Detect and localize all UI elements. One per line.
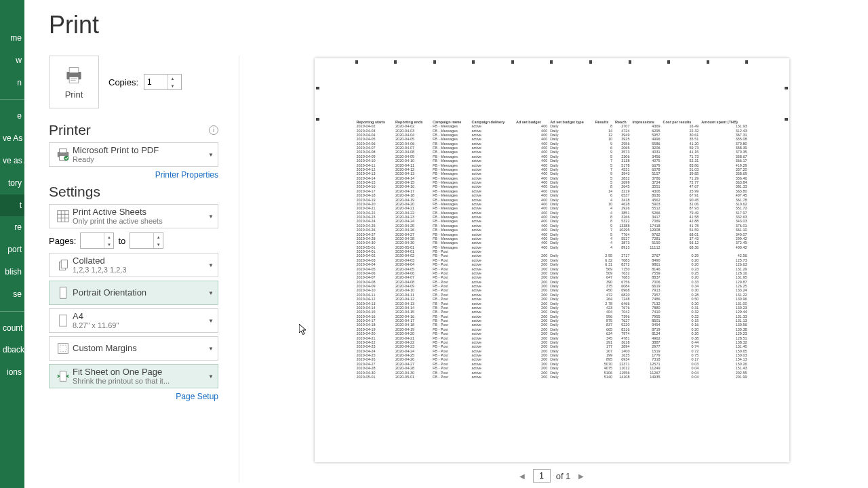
orientation-select[interactable]: Portrait Orientation ▼ — [49, 281, 218, 305]
chevron-up-icon[interactable]: ▲ — [168, 75, 177, 82]
svg-rect-17 — [60, 315, 67, 327]
page-number-input[interactable] — [533, 469, 551, 483]
table-row: 2020-04-122020-04-12FB - Messagesactive4… — [355, 167, 749, 171]
settings-section-title: Settings — [49, 184, 100, 200]
nav-item[interactable]: t — [0, 195, 24, 217]
pages-from-input[interactable] — [81, 236, 104, 245]
print-button[interactable]: Print — [49, 56, 99, 108]
table-row: 2020-04-242020-04-24FB - Messagesactive4… — [355, 219, 749, 223]
print-button-label: Print — [65, 89, 83, 100]
collate-icon — [56, 258, 71, 272]
page-total: of 1 — [556, 471, 571, 481]
collation-select[interactable]: Collated 1,2,3 1,2,3 1,2,3 ▼ — [49, 253, 218, 277]
margins-icon — [56, 341, 71, 356]
table-row: 2020-04-212020-04-21FB - Messagesactive4… — [355, 206, 749, 210]
nav-item[interactable]: blish — [0, 261, 24, 283]
svg-rect-9 — [58, 211, 69, 222]
sheet-icon — [56, 209, 71, 224]
chevron-down-icon: ▼ — [208, 346, 214, 352]
nav-item[interactable]: se — [0, 283, 24, 306]
table-row: 2020-04-222020-04-22FB - Messagesactive4… — [355, 211, 749, 215]
table-row: 2020-05-012020-05-01FB - Messagesactive4… — [355, 245, 749, 249]
table-row: 2020-04-262020-04-26FB - Messagesactive4… — [355, 228, 749, 232]
chevron-down-icon: ▼ — [208, 262, 214, 268]
printer-section-title: Printer — [49, 122, 91, 138]
svg-rect-1 — [69, 67, 79, 73]
copies-stepper[interactable]: ▲▼ — [144, 74, 182, 90]
pages-label: Pages: — [49, 236, 76, 246]
print-what-select[interactable]: Print Active Sheets Only print the activ… — [49, 204, 218, 228]
nav-item[interactable]: tory — [0, 172, 24, 195]
nav-item[interactable]: w — [0, 49, 24, 72]
page-setup-link[interactable]: Page Setup — [176, 392, 218, 401]
svg-rect-20 — [60, 371, 66, 382]
backstage-nav: mewneve Asve as Adobe Ftorytreportblishs… — [0, 0, 24, 488]
table-row: 2020-05-012020-05-01FB - Postactive200Da… — [355, 375, 749, 379]
table-row: 2020-04-192020-04-19FB - Messagesactive4… — [355, 197, 749, 201]
svg-point-8 — [64, 156, 68, 161]
nav-item[interactable]: me — [0, 27, 24, 49]
printer-name: Microsoft Print to PDF — [73, 145, 208, 156]
chevron-down-icon[interactable]: ▼ — [168, 82, 177, 89]
table-row: 2020-04-282020-04-28FB - Messagesactive4… — [355, 237, 749, 241]
nav-item[interactable]: ve as Adobe F — [0, 150, 24, 172]
nav-item[interactable]: ions — [0, 361, 24, 384]
table-row: 2020-04-052020-04-05FB - Messagesactive4… — [355, 137, 749, 141]
portrait-icon — [56, 285, 71, 300]
print-main: Print Print Copies: ▲▼ Printer i — [24, 0, 868, 488]
pages-from-stepper[interactable]: ▲▼ — [80, 232, 114, 249]
page-title: Print — [49, 11, 844, 39]
table-row: 2020-04-252020-04-25FB - Messagesactive4… — [355, 224, 749, 228]
table-row: 2020-04-082020-04-08FB - Messagesactive4… — [355, 150, 749, 154]
printer-select[interactable]: Microsoft Print to PDF Ready ▼ — [49, 142, 218, 167]
table-row: 2020-04-072020-04-07FB - Messagesactive4… — [355, 146, 749, 150]
svg-rect-3 — [71, 78, 77, 79]
table-row: 2020-04-132020-04-13FB - Messagesactive4… — [355, 171, 749, 176]
table-row: 2020-04-162020-04-16FB - Messagesactive4… — [355, 184, 749, 188]
table-row: 2020-04-182020-04-18FB - Messagesactive4… — [355, 193, 749, 197]
nav-item[interactable]: ve As — [0, 127, 24, 150]
table-row: 2020-04-092020-04-09FB - Messagesactive4… — [355, 155, 749, 159]
prev-page-button[interactable]: ◀ — [517, 472, 528, 480]
svg-rect-4 — [71, 79, 76, 80]
printer-icon — [64, 65, 84, 85]
chevron-down-icon: ▼ — [208, 373, 214, 380]
page-icon — [56, 313, 71, 328]
nav-item[interactable]: port — [0, 239, 24, 261]
copies-label: Copies: — [108, 77, 138, 87]
table-row: 2020-04-102020-04-10FB - Messagesactive4… — [355, 159, 749, 163]
table-row: 2020-04-032020-04-03FB - Messagesactive4… — [355, 128, 749, 132]
next-page-button[interactable]: ▶ — [576, 472, 587, 480]
table-row: 2020-04-202020-04-20FB - Messagesactive4… — [355, 202, 749, 206]
table-row: 2020-04-022020-04-02FB - Messagesactive4… — [355, 124, 749, 128]
table-row: 2020-04-042020-04-04FB - Messagesactive4… — [355, 133, 749, 137]
svg-rect-15 — [61, 260, 67, 268]
margins-select[interactable]: Custom Margins ▼ — [49, 336, 218, 361]
pages-to-input[interactable] — [130, 236, 153, 245]
nav-item[interactable]: n — [0, 72, 24, 94]
table-row: 2020-04-152020-04-15FB - Messagesactive4… — [355, 180, 749, 184]
nav-item[interactable]: re — [0, 216, 24, 239]
paper-size-select[interactable]: A4 8.27" x 11.69" ▼ — [49, 308, 218, 333]
table-row: 2020-04-112020-04-11FB - Messagesactive4… — [355, 163, 749, 167]
table-row: 2020-04-272020-04-27FB - Messagesactive4… — [355, 232, 749, 236]
pages-to-stepper[interactable]: ▲▼ — [130, 232, 163, 249]
chevron-down-icon: ▼ — [208, 318, 214, 324]
nav-item[interactable]: dback — [0, 339, 24, 361]
copies-input[interactable] — [144, 77, 167, 87]
table-row: 2020-04-302020-04-30FB - Messagesactive4… — [355, 241, 749, 245]
fit-page-icon — [56, 369, 71, 384]
table-row: 2020-04-142020-04-14FB - Messagesactive4… — [355, 176, 749, 180]
printer-properties-link[interactable]: Printer Properties — [155, 170, 218, 180]
nav-item[interactable]: count — [0, 317, 24, 340]
print-preview: Reporting startsReporting endsCampaign n… — [315, 58, 789, 462]
svg-rect-6 — [60, 149, 67, 153]
chevron-down-icon: ▼ — [208, 214, 214, 220]
printer-ready-icon — [56, 147, 71, 162]
nav-item[interactable]: e — [0, 105, 24, 127]
table-row: 2020-04-232020-04-23FB - Messagesactive4… — [355, 215, 749, 219]
pages-to-label: to — [118, 236, 125, 246]
info-icon[interactable]: i — [209, 125, 218, 135]
scaling-select[interactable]: Fit Sheet on One Page Shrink the printou… — [49, 364, 218, 388]
svg-rect-18 — [58, 344, 68, 354]
